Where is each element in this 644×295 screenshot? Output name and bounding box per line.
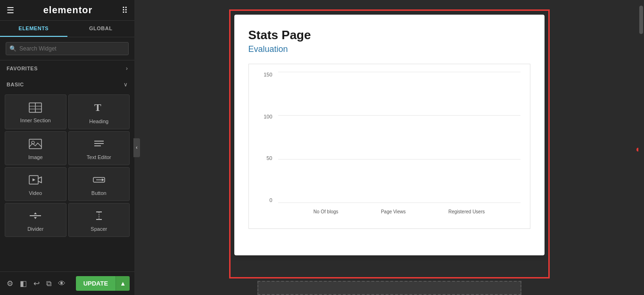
preview-icon[interactable]: 👁 bbox=[56, 278, 67, 290]
sidebar-tabs: ELEMENTS GLOBAL bbox=[0, 21, 134, 37]
x-label-page-views: Page Views bbox=[381, 209, 406, 214]
svg-marker-16 bbox=[102, 178, 104, 181]
widget-video-label: Video bbox=[29, 190, 42, 196]
scrollbar-thumb[interactable] bbox=[639, 6, 643, 34]
search-input[interactable] bbox=[6, 42, 129, 55]
image-icon bbox=[29, 138, 42, 152]
heading-icon: T bbox=[92, 101, 106, 116]
widget-image[interactable]: Image bbox=[5, 131, 66, 165]
basic-chevron-icon: ∨ bbox=[124, 81, 128, 88]
tab-elements[interactable]: ELEMENTS bbox=[0, 21, 67, 37]
y-label-150: 150 bbox=[258, 72, 272, 77]
widget-video[interactable]: Video bbox=[5, 167, 66, 201]
sidebar-collapse-handle[interactable]: ‹ bbox=[133, 138, 140, 157]
y-label-50: 50 bbox=[258, 155, 272, 161]
spacer-icon bbox=[92, 210, 106, 223]
settings-icon[interactable]: ⚙ bbox=[5, 277, 15, 290]
navigator-icon[interactable]: ⧉ bbox=[44, 278, 53, 290]
svg-marker-19 bbox=[34, 217, 37, 219]
widget-button-label: Button bbox=[91, 190, 107, 196]
bottom-dashed-area bbox=[257, 281, 521, 295]
widget-divider-label: Divider bbox=[27, 226, 43, 232]
widget-inner-section[interactable]: Inner Section bbox=[5, 94, 66, 129]
search-icon: 🔍 bbox=[9, 45, 17, 52]
favorites-section-header[interactable]: FAVORITES › bbox=[0, 60, 134, 76]
x-label-no-of-blogs: No Of blogs bbox=[314, 209, 339, 214]
video-icon bbox=[29, 174, 42, 187]
favorites-chevron-icon: › bbox=[126, 65, 128, 72]
sidebar-header: ☰ elementor ⠿ bbox=[0, 0, 134, 21]
widget-inner-section-label: Inner Section bbox=[20, 118, 51, 123]
tab-global[interactable]: GLOBAL bbox=[67, 21, 135, 37]
basic-section-title: BASIC bbox=[7, 82, 24, 87]
layers-icon[interactable]: ◧ bbox=[18, 277, 29, 290]
y-label-100: 100 bbox=[258, 114, 272, 119]
stats-card: Stats Page Evaluation 0 50 100 150 bbox=[234, 15, 545, 255]
update-button-group: UPDATE ▲ bbox=[76, 276, 130, 291]
sidebar-logo: elementor bbox=[43, 5, 93, 16]
widget-button[interactable]: Button bbox=[68, 167, 130, 201]
favorites-section-title: FAVORITES bbox=[7, 66, 38, 71]
svg-marker-13 bbox=[33, 178, 35, 181]
text-editor-icon bbox=[92, 138, 106, 152]
inner-section-icon bbox=[29, 102, 42, 115]
widget-image-label: Image bbox=[28, 154, 43, 160]
sidebar: ☰ elementor ⠿ ELEMENTS GLOBAL 🔍 FAVORITE… bbox=[0, 0, 134, 295]
widget-text-editor-label: Text Editor bbox=[87, 154, 111, 160]
x-label-registered-users: Registered Users bbox=[448, 209, 485, 214]
svg-text:T: T bbox=[94, 101, 101, 113]
widget-heading[interactable]: T Heading bbox=[68, 94, 130, 129]
update-main-button[interactable]: UPDATE bbox=[76, 276, 116, 291]
update-dropdown-button[interactable]: ▲ bbox=[116, 276, 130, 291]
stats-page-subtitle: Evaluation bbox=[248, 44, 530, 54]
stats-page-title: Stats Page bbox=[248, 28, 530, 42]
grid-icon[interactable]: ⠿ bbox=[122, 5, 128, 16]
basic-section-header[interactable]: BASIC ∨ bbox=[0, 76, 134, 93]
y-label-0: 0 bbox=[258, 197, 272, 203]
chart-container: 0 50 100 150 bbox=[248, 64, 530, 229]
sidebar-bottom: ⚙ ◧ ↩ ⧉ 👁 UPDATE ▲ bbox=[0, 271, 134, 295]
divider-icon bbox=[29, 210, 42, 223]
search-container: 🔍 bbox=[0, 37, 134, 60]
chart-x-labels: No Of blogs Page Views Registered Users bbox=[278, 209, 520, 214]
red-border-frame: Stats Page Evaluation 0 50 100 150 bbox=[229, 9, 550, 278]
undo-icon[interactable]: ↩ bbox=[32, 277, 41, 290]
svg-marker-18 bbox=[34, 212, 37, 214]
chart-inner: 0 50 100 150 bbox=[258, 72, 520, 214]
main-content: Stats Page Evaluation 0 50 100 150 bbox=[134, 0, 644, 295]
widget-heading-label: Heading bbox=[89, 118, 108, 124]
widget-text-editor[interactable]: Text Editor bbox=[68, 131, 130, 165]
chart-bars bbox=[278, 72, 520, 203]
hamburger-icon[interactable]: ☰ bbox=[7, 5, 14, 16]
scrollbar-track[interactable] bbox=[638, 0, 644, 295]
svg-rect-7 bbox=[29, 139, 41, 149]
canvas-area: Stats Page Evaluation 0 50 100 150 bbox=[134, 0, 644, 295]
chart-plot: No Of blogs Page Views Registered Users bbox=[278, 72, 520, 214]
button-icon bbox=[92, 174, 106, 187]
widget-spacer[interactable]: Spacer bbox=[68, 203, 130, 237]
widget-divider[interactable]: Divider bbox=[5, 203, 66, 237]
chart-y-axis: 0 50 100 150 bbox=[258, 72, 272, 214]
widget-spacer-label: Spacer bbox=[91, 226, 107, 232]
widget-grid: Inner Section T Heading Image bbox=[0, 93, 134, 239]
